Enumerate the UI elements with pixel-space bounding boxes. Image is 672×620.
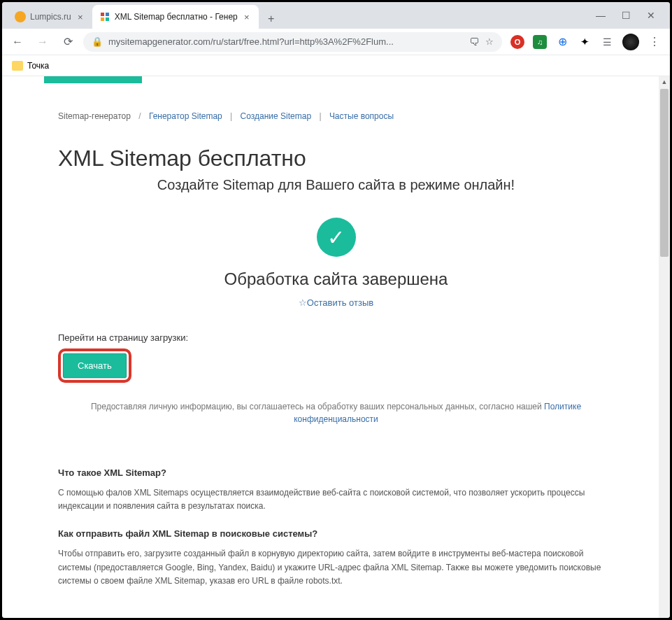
logo-bar: [44, 76, 142, 83]
svg-rect-1: [106, 13, 109, 16]
breadcrumb-generator[interactable]: Генератор Sitemap: [149, 111, 222, 121]
review-link[interactable]: Оставить отзыв: [307, 297, 373, 308]
favicon-lumpics: [15, 11, 26, 22]
breadcrumb-create[interactable]: Создание Sitemap: [241, 111, 311, 121]
page-title: XML Sitemap бесплатно: [58, 146, 614, 171]
address-bar[interactable]: 🔒 mysitemapgenerator.com/ru/start/free.h…: [83, 32, 502, 52]
back-button[interactable]: ←: [8, 32, 27, 52]
info-section: Что такое XML Sitemap? С помощью фалов X…: [58, 467, 614, 588]
favicon-sitemap: [99, 11, 110, 22]
profile-avatar[interactable]: [622, 34, 639, 50]
page-subtitle: Создайте Sitemap для Вашего сайта в режи…: [58, 177, 614, 193]
close-icon[interactable]: ×: [76, 12, 85, 22]
close-icon[interactable]: ×: [242, 12, 252, 22]
extensions-icon[interactable]: ✦: [578, 35, 592, 49]
titlebar: Lumpics.ru × XML Sitemap бесплатно - Ген…: [2, 2, 670, 29]
forward-button[interactable]: →: [33, 32, 52, 52]
ext-globe-icon[interactable]: ⊕: [555, 35, 569, 49]
breadcrumb-faq[interactable]: Частые вопросы: [329, 111, 394, 121]
lock-icon: 🔒: [92, 36, 103, 47]
reload-button[interactable]: ⟳: [58, 32, 78, 52]
scrollbar-thumb[interactable]: [660, 89, 669, 257]
faq1-title: Что такое XML Sitemap?: [58, 467, 614, 478]
success-icon: ✓: [317, 218, 356, 257]
new-tab-button[interactable]: +: [262, 9, 281, 29]
bookmarks-bar: Точка: [2, 55, 670, 76]
scroll-up-icon[interactable]: ▲: [659, 76, 670, 87]
breadcrumb: Sitemap-генератор / Генератор Sitemap | …: [58, 111, 614, 121]
privacy-note: Предоставляя личную информацию, вы согла…: [58, 400, 614, 425]
translate-icon[interactable]: 🗨: [469, 36, 480, 48]
ext-o-icon[interactable]: O: [510, 35, 524, 49]
svg-rect-2: [101, 17, 104, 21]
close-button[interactable]: ✕: [645, 9, 657, 22]
page-content: ▲ Sitemap-генератор / Генератор Sitemap …: [2, 76, 670, 618]
window-controls: — ☐ ✕: [594, 9, 670, 29]
tab-sitemap[interactable]: XML Sitemap бесплатно - Генер ×: [92, 5, 259, 29]
download-label: Перейти на страницу загрузки:: [58, 332, 614, 343]
ext-music-icon[interactable]: ♫: [533, 35, 547, 49]
svg-rect-3: [106, 17, 109, 21]
tabs-area: Lumpics.ru × XML Sitemap бесплатно - Ген…: [2, 5, 594, 29]
bookmark-item[interactable]: Точка: [27, 61, 49, 71]
svg-rect-0: [101, 13, 104, 16]
minimize-button[interactable]: —: [594, 9, 607, 22]
tab-title: Lumpics.ru: [30, 12, 71, 22]
toolbar-icons: O ♫ ⊕ ✦ ☰ ⋮: [508, 34, 664, 50]
bookmark-star-icon[interactable]: ☆: [485, 36, 494, 47]
faq2-text: Чтобы отправить его, загрузите созданный…: [58, 547, 614, 588]
url-text: mysitemapgenerator.com/ru/start/free.htm…: [108, 36, 464, 47]
tab-lumpics[interactable]: Lumpics.ru ×: [8, 5, 92, 29]
star-icon: ☆: [299, 297, 307, 308]
download-button[interactable]: Скачать: [63, 353, 127, 378]
faq1-text: С помощью фалов XML Sitemaps осуществляе…: [58, 486, 614, 513]
folder-icon: [12, 61, 23, 71]
reading-list-icon[interactable]: ☰: [600, 35, 614, 49]
review-link-row: ☆Оставить отзыв: [58, 297, 614, 308]
addressbar-row: ← → ⟳ 🔒 mysitemapgenerator.com/ru/start/…: [2, 29, 670, 55]
status-text: Обработка сайта завершена: [58, 269, 614, 289]
browser-window: Lumpics.ru × XML Sitemap бесплатно - Ген…: [2, 2, 670, 618]
breadcrumb-home: Sitemap-генератор: [58, 111, 131, 121]
menu-button[interactable]: ⋮: [648, 35, 662, 49]
scrollbar[interactable]: ▲: [659, 76, 670, 618]
download-highlight: Скачать: [58, 348, 131, 383]
maximize-button[interactable]: ☐: [620, 9, 632, 22]
faq2-title: Как отправить файл XML Sitemap в поисков…: [58, 528, 614, 539]
tab-title: XML Sitemap бесплатно - Генер: [115, 12, 238, 22]
